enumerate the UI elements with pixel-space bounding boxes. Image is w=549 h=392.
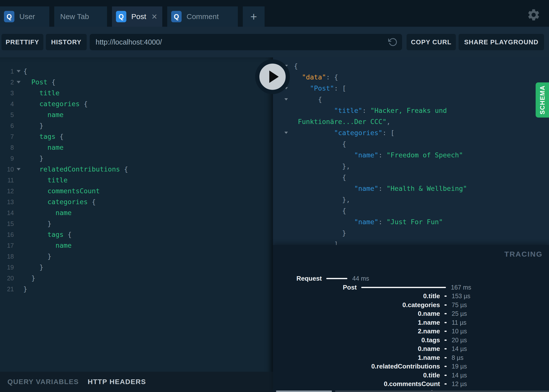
- code-text: name: [23, 207, 72, 218]
- tracing-row-label: 0.name: [273, 345, 440, 353]
- reload-icon[interactable]: [388, 37, 398, 47]
- response-line: "name": "Just For Fun": [273, 216, 549, 227]
- tracing-row-time: 75 µs: [452, 301, 467, 309]
- editor-line[interactable]: 13 categories {: [0, 196, 273, 207]
- editor-line[interactable]: 8 name: [0, 142, 273, 153]
- query-variables-tab[interactable]: QUERY VARIABLES: [7, 378, 79, 386]
- settings-button[interactable]: [527, 8, 541, 22]
- tracing-row-label: 0.name: [273, 310, 440, 318]
- editor-line[interactable]: 2 Post {: [0, 77, 273, 88]
- toolbar: PRETTIFY HISTORY COPY CURL SHARE PLAYGRO…: [0, 27, 549, 57]
- tab-new-tab[interactable]: New Tab: [54, 6, 107, 27]
- tracing-scrollbar-track[interactable]: [335, 391, 549, 392]
- tab-comment[interactable]: Q Comment: [167, 6, 238, 27]
- editor-line[interactable]: 20 }: [0, 273, 273, 284]
- code-text: tags {: [23, 229, 72, 240]
- query-editor[interactable]: 1{2 Post {3 title4 categories {5 name6 }…: [0, 66, 273, 294]
- gear-icon: [527, 8, 541, 22]
- tracing-row-label: Request: [273, 275, 322, 282]
- tracing-row: 0.name25 µs: [273, 309, 549, 318]
- editor-line[interactable]: 18 }: [0, 251, 273, 262]
- endpoint-url-input[interactable]: [90, 38, 402, 46]
- fold-arrow-icon[interactable]: [282, 132, 290, 134]
- fold-arrow-icon[interactable]: [14, 81, 23, 83]
- code-text: }: [294, 227, 346, 239]
- close-icon[interactable]: ×: [152, 12, 157, 21]
- editor-line[interactable]: 12 commentsCount: [0, 186, 273, 196]
- editor-line[interactable]: 1{: [0, 66, 273, 77]
- query-badge: Q: [4, 11, 14, 22]
- tracing-scrollbar-thumb[interactable]: [276, 391, 332, 392]
- query-badge: Q: [116, 11, 126, 22]
- tracing-title: TRACING: [504, 250, 543, 258]
- line-number: 7: [0, 133, 14, 140]
- editor-line[interactable]: 21}: [0, 284, 273, 294]
- share-playground-button[interactable]: SHARE PLAYGROUND: [459, 34, 544, 50]
- code-text: "Post": [: [294, 83, 346, 94]
- tracing-row-time: 167 ms: [451, 284, 471, 291]
- editor-line[interactable]: 7 tags {: [0, 131, 273, 142]
- tracing-row: 0.relatedContributions19 µs: [273, 362, 549, 371]
- tracing-row-time: 14 µs: [452, 345, 467, 352]
- code-text: {: [294, 205, 346, 216]
- tracing-row-label: 1.name: [273, 354, 440, 362]
- tracing-row-label: 0.title: [273, 292, 440, 300]
- prettify-button[interactable]: PRETTIFY: [1, 34, 43, 50]
- copy-curl-button[interactable]: COPY CURL: [407, 34, 456, 50]
- http-headers-tab[interactable]: HTTP HEADERS: [88, 378, 146, 386]
- code-text: }: [23, 284, 27, 294]
- editor-line[interactable]: 4 categories {: [0, 98, 273, 109]
- tab-post-active[interactable]: Q Post ×: [112, 6, 162, 27]
- tracing-row-label: 0.title: [273, 371, 440, 379]
- editor-line[interactable]: 17 name: [0, 240, 273, 251]
- tracing-row: Request44 ms: [273, 274, 549, 283]
- tracing-row-time: 44 ms: [352, 275, 369, 282]
- history-button[interactable]: HISTORY: [46, 34, 87, 50]
- code-text: ]: [294, 239, 338, 245]
- editor-line[interactable]: 15 }: [0, 218, 273, 229]
- response-line: },: [273, 194, 549, 205]
- tracing-row-label: 0.commentsCount: [273, 380, 440, 388]
- tracing-row-label: 2.name: [273, 327, 440, 335]
- response-line: "data": {: [273, 72, 549, 83]
- line-number: 21: [0, 286, 14, 293]
- line-number: 9: [0, 155, 14, 162]
- editor-line[interactable]: 10 relatedContributions {: [0, 164, 273, 175]
- tracing-row: 2.name10 µs: [273, 327, 549, 336]
- plus-icon: +: [250, 10, 257, 23]
- tracing-row: 0.commentsCount12 µs: [273, 380, 549, 389]
- tracing-row-time: 25 µs: [452, 310, 467, 317]
- fold-arrow-icon[interactable]: [14, 70, 23, 73]
- code-text: {: [294, 60, 298, 72]
- response-line: "title": "Hacker, Freaks und: [273, 105, 549, 116]
- code-text: tags {: [23, 131, 64, 142]
- code-text: }: [23, 251, 52, 262]
- editor-line[interactable]: 6 }: [0, 120, 273, 131]
- tracing-panel: TRACING Request44 msPost167 ms0.title153…: [273, 245, 549, 392]
- result-pane: { "data": { "Post": [ { "title": "Hacker…: [273, 57, 549, 392]
- response-line: {: [273, 60, 549, 72]
- editor-line[interactable]: 11 title: [0, 175, 273, 186]
- editor-line[interactable]: 5 name: [0, 109, 273, 120]
- tracing-row-label: Post: [273, 284, 357, 291]
- fold-arrow-icon[interactable]: [14, 168, 23, 171]
- editor-line[interactable]: 16 tags {: [0, 229, 273, 240]
- response-line: ]: [273, 239, 549, 245]
- editor-line[interactable]: 3 title: [0, 88, 273, 98]
- line-number: 12: [0, 188, 14, 195]
- code-text: }: [23, 218, 52, 229]
- add-tab-button[interactable]: +: [243, 6, 265, 27]
- code-text: "data": {: [294, 72, 338, 83]
- schema-side-tab[interactable]: SCHEMA: [536, 82, 549, 118]
- fold-arrow-icon[interactable]: [282, 98, 290, 100]
- tab-user[interactable]: Q User: [0, 6, 49, 27]
- editor-line[interactable]: 19 }: [0, 262, 273, 273]
- response-line: {: [273, 138, 549, 149]
- tracing-duration-bar: [444, 295, 447, 297]
- editor-line[interactable]: 9 }: [0, 153, 273, 164]
- editor-line[interactable]: 14 name: [0, 207, 273, 218]
- line-number: 16: [0, 231, 14, 238]
- tracing-duration-bar: [444, 322, 447, 323]
- execute-query-button[interactable]: [255, 59, 290, 94]
- line-number: 6: [0, 122, 14, 129]
